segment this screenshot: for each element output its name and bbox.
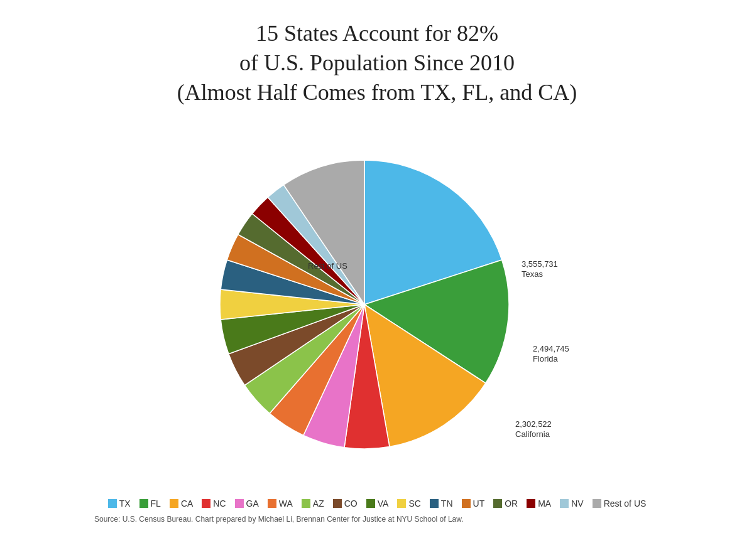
legend-swatch-NV [560, 499, 569, 508]
legend-item-UT: UT [462, 498, 485, 509]
pie-chart-container: 3,555,731Texas2,494,745Florida2,302,522C… [94, 119, 660, 496]
legend-item-AZ: AZ [302, 498, 324, 509]
legend-label-WA: WA [279, 498, 293, 509]
legend-swatch-OR [493, 499, 502, 508]
legend-swatch-TX [108, 499, 117, 508]
svg-text:3,555,731: 3,555,731 [522, 259, 558, 269]
label-rest-of-us: Rest of US [308, 261, 347, 271]
legend-item-Rest-of-US: Rest of US [593, 498, 647, 509]
legend-swatch-AZ [302, 499, 310, 508]
legend-swatch-WA [268, 499, 276, 508]
svg-text:Florida: Florida [533, 354, 559, 363]
legend-label-AZ: AZ [313, 498, 324, 509]
legend-label-VA: VA [378, 498, 389, 509]
legend-swatch-MA [527, 499, 535, 508]
title-line2: of U.S. Population Since 2010 [239, 50, 515, 75]
title-line1: 15 States Account for 82% [256, 21, 498, 46]
legend-label-GA: GA [246, 498, 259, 509]
legend-item-NV: NV [560, 498, 583, 509]
svg-text:2,494,745: 2,494,745 [533, 344, 569, 353]
legend-item-CO: CO [333, 498, 358, 509]
legend-label-CO: CO [344, 498, 358, 509]
legend-item-CA: CA [170, 498, 193, 509]
legend-label-TX: TX [119, 498, 131, 509]
svg-text:California: California [515, 429, 550, 439]
legend-label-NC: NC [213, 498, 226, 509]
legend-swatch-GA [235, 499, 244, 508]
legend-swatch-CO [333, 499, 342, 508]
legend-item-OR: OR [493, 498, 518, 509]
source-citation: Source: U.S. Census Bureau. Chart prepar… [94, 515, 660, 524]
legend-label-FL: FL [151, 498, 161, 509]
legend-label-Rest-of-US: Rest of US [604, 498, 647, 509]
legend-item-WA: WA [268, 498, 293, 509]
svg-text:Texas: Texas [522, 269, 543, 279]
legend-label-NV: NV [571, 498, 583, 509]
legend: TXFLCANCGAWAAZCOVASCTNUTORMANVRest of US [83, 498, 672, 509]
title-line3: (Almost Half Comes from TX, FL, and CA) [177, 80, 577, 105]
legend-label-TN: TN [441, 498, 453, 509]
legend-label-CA: CA [181, 498, 193, 509]
legend-item-SC: SC [397, 498, 420, 509]
legend-swatch-Rest-of-US [593, 499, 601, 508]
legend-label-SC: SC [408, 498, 420, 509]
legend-label-OR: OR [505, 498, 518, 509]
legend-swatch-VA [366, 499, 375, 508]
pie-chart-svg: 3,555,731Texas2,494,745Florida2,302,522C… [94, 119, 660, 496]
legend-swatch-CA [170, 499, 178, 508]
legend-swatch-TN [430, 499, 439, 508]
legend-swatch-FL [139, 499, 148, 508]
legend-item-TX: TX [108, 498, 131, 509]
legend-item-NC: NC [202, 498, 226, 509]
legend-label-UT: UT [473, 498, 485, 509]
legend-item-GA: GA [235, 498, 259, 509]
legend-label-MA: MA [538, 498, 551, 509]
legend-item-MA: MA [527, 498, 551, 509]
legend-item-FL: FL [139, 498, 161, 509]
legend-item-VA: VA [366, 498, 389, 509]
legend-item-TN: TN [430, 498, 453, 509]
legend-swatch-SC [397, 499, 406, 508]
legend-swatch-UT [462, 499, 471, 508]
legend-swatch-NC [202, 499, 210, 508]
svg-text:2,302,522: 2,302,522 [515, 419, 552, 429]
chart-title: 15 States Account for 82% of U.S. Popula… [177, 19, 577, 107]
